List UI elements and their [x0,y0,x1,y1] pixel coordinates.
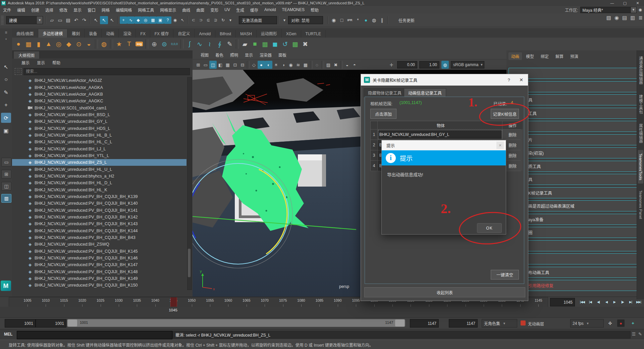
shelf-tab[interactable]: MASH [236,30,257,38]
collapse-list-button[interactable]: 收起列表 [364,287,525,297]
shelf-icon[interactable]: ■ [250,39,260,49]
dock-tool-button[interactable]: K帧记录工具 [508,187,644,198]
side-tab[interactable]: Teamones Panel [638,187,643,222]
viewport-icon[interactable]: ▩ [302,61,309,69]
outliner-item[interactable]: ◈ BHKJ_NCVKLW_unreduced:PV_BH_CQJIJI_BH_… [12,234,186,241]
menu-item[interactable]: 变形 [207,7,221,13]
current-frame-marker[interactable] [170,297,177,307]
workspace-lock-icon[interactable]: ◉ [639,7,642,12]
outliner-item[interactable]: ◈ BHKJ_NCVKLW_unreduced:PV_BH_CQJIJI_BH_… [12,255,186,261]
outliner-item[interactable]: ◈ BHKJ_NCVKLW_unreduced:PV_BH_CQJIJI_BH_… [12,207,186,214]
shelf-tab[interactable]: 多边形建模 [38,29,67,38]
outliner-item[interactable]: ◈ BHKJ_NCVKLW_unreduced:PV_BH_CQJIJI_BH_… [12,193,186,200]
viewport-icon[interactable] [340,61,343,69]
viewport-menu-item[interactable]: 照明 [227,52,241,58]
outliner-tab[interactable]: 大纲视图 [13,51,40,59]
shelf-icon[interactable]: ✖ [300,39,310,49]
clear-all-button[interactable]: 一键清空 [491,270,519,280]
menu-item[interactable]: 曲面 [193,7,207,13]
outliner-item[interactable]: ◈ BHKJ_NCVKLW_unreduced:PV_BH_CQJIJI_BH_… [12,275,186,282]
viewport-icon[interactable]: ☀ [272,61,280,69]
prompt-close-button[interactable]: ✕ [496,142,504,149]
dock-tool-button[interactable] [508,81,644,92]
scrollbar-thumb[interactable] [188,249,191,277]
dock-tool-button[interactable]: aya准备 [508,214,644,225]
close-button[interactable]: ✕ [631,0,644,6]
layout-icon[interactable]: ▭ [1,158,11,166]
menu-item[interactable]: 曲线 [179,7,193,13]
shelf-tab[interactable]: Arnold [195,30,215,38]
shelf-icon[interactable]: ≀ [205,39,215,49]
shelf-icon[interactable]: ✎ [225,39,235,49]
symmetry-field[interactable]: 对称: 禁用 [288,16,323,24]
menu-item[interactable]: 缓存 [247,7,261,13]
grip-handle[interactable] [1,16,4,24]
playback-button[interactable]: |▶ [619,298,627,306]
layout-icon[interactable]: ⊞ [1,170,11,179]
shelf-menu-icon[interactable]: ≡ [5,30,7,35]
shelf-tab[interactable]: FX [136,30,150,38]
chevron-down-icon[interactable]: ▾ [281,16,288,24]
outliner-item[interactable]: ◈ BHKJ_NCVKLW_unreduced:BH_GY_L [12,118,186,125]
tab-anim-info[interactable]: 动画信息记录工具 [404,88,446,97]
selection-mode-icon[interactable]: ↖ [92,16,100,24]
shelf-icon[interactable]: ⊕ [149,39,159,49]
outliner-item[interactable]: ◈ BHKJ_NCVKLW:LevelActor_AAGJZ [12,77,186,84]
shelf-tab[interactable]: 自定义 [173,29,195,38]
playback-button[interactable]: ▶| [627,298,635,306]
gamma-field[interactable]: 1.00 [419,61,439,68]
viewport-icon[interactable]: ⊟ [239,61,246,69]
shelf-icon[interactable]: ⊜ [159,39,169,49]
shelf-icon[interactable]: ● [13,39,23,49]
view-transform-dropdown[interactable]: sRGB gamma ▼ [451,61,484,68]
outliner-item[interactable]: ◈ BHKJ_NCVKLW:LevelActor_AAGKB [12,91,186,98]
viewport-icon[interactable]: ⊡ [231,61,239,69]
snap-icon[interactable]: ▦ [149,16,157,24]
viewport-icon[interactable] [321,61,324,69]
outliner-item[interactable]: ◈ BHKJ_NCVKLW_unreduced:BH_BSD_L [12,111,186,118]
outliner-item[interactable]: ◈ BHKJ_NCVKLW_unreduced:PV_BH_CQJIJI_BH_… [12,248,186,255]
minimize-button[interactable]: — [606,0,619,6]
dock-tab[interactable]: 动画 [508,52,522,60]
menu-item[interactable]: 选择 [42,7,56,13]
render-icon[interactable]: □ [338,16,346,24]
dock-tool-button[interactable]: 引用路径修复 [508,280,644,291]
outliner-item[interactable]: BHKJ_NCVKLW:SC01_shot004_cam1 [12,104,186,111]
anim-layer-label[interactable]: 无动画层 [528,321,544,327]
active-surface-field[interactable]: 无激活曲面 [239,16,277,24]
dialog-help-button[interactable]: ? [503,78,515,83]
menu-item[interactable]: 显示 [70,7,85,13]
shelf-tab[interactable]: 运动图形 [257,29,282,38]
shelf-gear-icon[interactable]: * [5,38,7,42]
viewport-menu-item[interactable]: 着色 [212,52,227,58]
viewport-menu-item[interactable]: 视图 [197,52,212,58]
fps-dropdown[interactable]: 24 fps ▼ [570,319,604,328]
menu-item[interactable]: 编辑网格 [113,7,135,13]
tool-icon[interactable]: ○ [1,74,11,85]
dock-tool-button[interactable] [508,253,644,264]
render-icon[interactable]: IPR [346,16,354,24]
shelf-icon[interactable]: ◎ [54,39,64,49]
shelf-icon[interactable]: ▦ [23,39,34,49]
outliner-item[interactable]: ◈ BHKJ_NCVKLW_unreduced:BH_HDS_L [12,125,186,132]
menu-item[interactable]: 帮助 [308,7,322,13]
search-input[interactable] [23,68,190,75]
shelf-icon[interactable]: ∫ [184,39,195,49]
outliner-item[interactable]: ◈ BHKJ_NCVKLW_unreduced:PV_BH_CQJIJI_BH_… [12,228,186,234]
command-history-icon[interactable]: ☰ [632,332,636,337]
shelf-icon[interactable]: ∿ [195,39,205,49]
playback-button[interactable]: ◀ [602,298,610,306]
outliner-item[interactable]: ◈ BHKJ_NCVKLW_unreduced:BH_HL_K [12,187,186,193]
shelf-icon[interactable] [236,39,239,49]
script-editor-icon[interactable]: ✎ [638,332,642,337]
viewport-menu-item[interactable]: 渲染器 [256,52,275,58]
layout-icon[interactable]: ▥ [1,194,11,203]
outliner-menu-item[interactable]: 帮助 [49,60,64,65]
shelf-icon[interactable]: ◍ [99,39,109,49]
side-tab[interactable]: TeamonesTools [638,150,643,184]
history-icon[interactable]: ↻ [219,16,227,24]
shelf-tab[interactable]: 曲线/曲面 [12,29,38,38]
viewport-menu-item[interactable]: 显示 [241,52,256,58]
render-icon[interactable]: ◉ [330,16,338,24]
filter-icon[interactable]: ⛶ [15,68,21,75]
